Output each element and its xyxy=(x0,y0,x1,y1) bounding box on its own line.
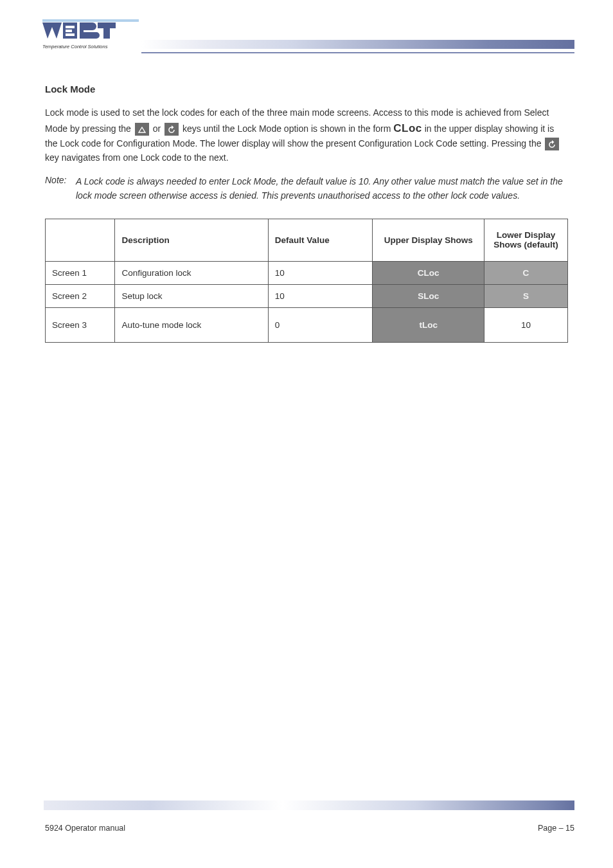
row1-default: 10 xyxy=(268,261,373,284)
table-row: Screen 2 Setup lock 10 SLoc S xyxy=(46,284,568,307)
lock-code-table: Description Default Value Upper Display … xyxy=(45,219,568,343)
logo: Temperature Control Solutions xyxy=(42,19,139,55)
svg-rect-3 xyxy=(66,30,72,32)
cycle-key-icon-2 xyxy=(545,138,559,150)
row3-default: 0 xyxy=(268,307,373,342)
row1-lower-lcd: C xyxy=(484,261,567,284)
th-blank xyxy=(46,219,115,261)
row1-upper-lcd: CLoc xyxy=(373,261,484,284)
footer-gradient-bar xyxy=(44,800,574,810)
th-upper-display: Upper Display Shows xyxy=(373,219,484,261)
cycle-key-icon xyxy=(164,123,179,136)
logo-svg: Temperature Control Solutions xyxy=(42,19,139,55)
p1-after-keys: keys until the Lock Mode option is shown… xyxy=(182,123,393,134)
header-underline xyxy=(141,52,574,53)
svg-marker-10 xyxy=(552,140,555,144)
row1-label: Screen 1 xyxy=(46,261,115,284)
footer-page-pre: Page xyxy=(538,824,559,833)
intro-paragraph: Lock mode is used to set the lock codes … xyxy=(45,106,568,165)
svg-rect-2 xyxy=(66,26,75,28)
svg-marker-9 xyxy=(172,125,174,129)
header: Temperature Control Solutions xyxy=(0,0,613,58)
table-row: Screen 1 Configuration lock 10 CLoc C xyxy=(46,261,568,284)
row2-desc: Setup lock xyxy=(115,284,268,307)
footer-page-post: 15 xyxy=(564,824,574,833)
svg-marker-0 xyxy=(42,23,62,39)
logo-tagline: Temperature Control Solutions xyxy=(42,44,108,50)
th-description: Description xyxy=(115,219,268,261)
note-block: Note: A Lock code is always needed to en… xyxy=(45,175,568,203)
row1-desc: Configuration lock xyxy=(115,261,268,284)
svg-rect-6 xyxy=(103,23,110,39)
svg-marker-8 xyxy=(139,127,145,132)
row2-default: 10 xyxy=(268,284,373,307)
section-title: Lock Mode xyxy=(45,84,568,95)
footer-dash: – xyxy=(559,824,564,833)
footer: 5924 Operator manual Page – 15 xyxy=(0,824,574,833)
th-default: Default Value xyxy=(268,219,373,261)
table-header-row: Description Default Value Upper Display … xyxy=(46,219,568,261)
footer-left: 5924 Operator manual xyxy=(45,824,125,833)
th-lower-display: Lower Display Shows (default) xyxy=(484,219,567,261)
row3-upper-lcd: tLoc xyxy=(373,307,484,342)
main-content: Lock Mode Lock mode is used to set the l… xyxy=(0,58,613,343)
table-row: Screen 3 Auto-tune mode lock 0 tLoc 10 xyxy=(46,307,568,342)
row3-desc: Auto-tune mode lock xyxy=(115,307,268,342)
header-gradient-bar xyxy=(141,40,574,49)
p1-mid: or xyxy=(153,123,163,134)
row2-label: Screen 2 xyxy=(46,284,115,307)
lcd-inline-cloc: CLoc xyxy=(393,122,422,134)
row2-upper-lcd: SLoc xyxy=(373,284,484,307)
note-body: A Lock code is always needed to enter Lo… xyxy=(76,175,568,203)
svg-rect-7 xyxy=(42,19,139,22)
row3-lower: 10 xyxy=(484,307,567,342)
up-arrow-key-icon xyxy=(135,123,149,136)
p1-tail2: key navigates from one Lock code to the … xyxy=(45,152,229,163)
row3-label: Screen 3 xyxy=(46,307,115,342)
row2-lower-lcd: S xyxy=(484,284,567,307)
svg-rect-4 xyxy=(66,33,75,36)
note-label: Note: xyxy=(45,175,76,203)
footer-right: Page – 15 xyxy=(538,824,574,833)
